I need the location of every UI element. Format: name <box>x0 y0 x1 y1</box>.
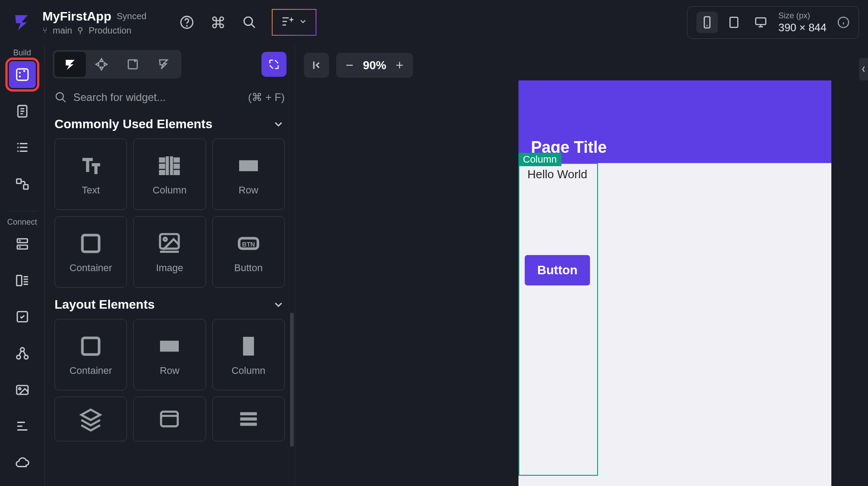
image-icon <box>156 230 183 257</box>
cloud-button[interactable] <box>9 449 36 476</box>
widget-row-2[interactable]: Row <box>133 319 206 390</box>
build-section-label: Build <box>0 48 44 58</box>
device-appbar[interactable]: Page Title <box>518 80 831 163</box>
media-button[interactable] <box>9 377 36 403</box>
widget-tree-button[interactable] <box>9 134 36 161</box>
svg-rect-35 <box>82 235 99 251</box>
branch-name[interactable]: main <box>53 25 72 36</box>
column-icon <box>156 152 183 179</box>
widget-column[interactable]: Column <box>133 138 206 210</box>
widget-button[interactable]: BTN Button <box>212 216 285 288</box>
svg-rect-34 <box>253 163 257 168</box>
widget-palette-button[interactable] <box>9 61 36 88</box>
body-text[interactable]: Hello World <box>527 168 587 181</box>
widget-list[interactable] <box>212 397 285 441</box>
svg-rect-47 <box>161 412 178 427</box>
project-name[interactable]: MyFirstApp <box>42 9 111 24</box>
widget-card[interactable] <box>133 397 206 441</box>
widget-column-2[interactable]: Column <box>212 319 285 390</box>
widget-container[interactable]: Container <box>55 216 127 288</box>
selection-badge[interactable]: Column <box>518 153 561 166</box>
button-icon: BTN <box>235 230 262 257</box>
templates-tab[interactable] <box>117 52 148 77</box>
widgets-tab[interactable] <box>55 52 86 77</box>
custom-code-button[interactable] <box>9 413 36 440</box>
svg-rect-45 <box>246 344 250 348</box>
svg-rect-14 <box>17 245 27 249</box>
ai-dropdown[interactable] <box>272 9 316 36</box>
storyboard-button[interactable] <box>9 171 36 197</box>
panel-scrollbar[interactable] <box>290 313 294 447</box>
selected-column-outline[interactable] <box>518 163 598 476</box>
tablet-device-button[interactable] <box>723 12 745 33</box>
svg-rect-29 <box>175 159 179 162</box>
svg-rect-28 <box>160 171 164 174</box>
row-icon <box>156 333 183 360</box>
zoom-controls: − 90% + <box>336 53 413 78</box>
row-icon <box>235 152 262 179</box>
svg-point-15 <box>19 240 20 241</box>
widget-panel: Search for widget... (⌘ + F) Commonly Us… <box>45 45 295 486</box>
firestore-button[interactable] <box>9 230 36 257</box>
top-header: MyFirstApp Synced ⑂ main ⚲ Production <box>0 0 868 45</box>
svg-rect-5 <box>755 18 766 25</box>
header-actions <box>178 13 258 31</box>
search-button[interactable] <box>240 13 258 31</box>
search-shortcut: (⌘ + F) <box>248 91 285 104</box>
svg-rect-26 <box>160 159 164 162</box>
expand-panel-button[interactable] <box>261 52 287 77</box>
svg-point-23 <box>19 388 21 390</box>
help-button[interactable] <box>178 13 196 31</box>
left-sidebar: Build Connect <box>0 45 45 486</box>
env-icon: ⚲ <box>77 25 83 35</box>
search-placeholder: Search for widget... <box>73 91 242 104</box>
appstate-button[interactable] <box>9 303 36 330</box>
connect-section-label: Connect <box>0 218 44 227</box>
widget-image[interactable]: Image <box>133 216 206 288</box>
widget-row[interactable]: Row <box>212 138 285 210</box>
section-layout-elements[interactable]: Layout Elements <box>55 297 285 312</box>
command-button[interactable] <box>209 13 227 31</box>
mobile-device-button[interactable] <box>696 12 718 33</box>
container-icon <box>77 333 104 360</box>
collapse-panel-button[interactable] <box>304 53 329 78</box>
size-label: Size (px) <box>779 11 826 21</box>
widget-text[interactable]: Text <box>55 138 127 210</box>
svg-point-19 <box>20 348 24 352</box>
environment-name[interactable]: Production <box>88 25 131 36</box>
canvas-button[interactable]: Button <box>525 255 590 285</box>
datatypes-button[interactable] <box>9 267 36 294</box>
svg-rect-32 <box>240 163 244 168</box>
widget-container-2[interactable]: Container <box>55 319 127 390</box>
svg-rect-30 <box>175 165 179 168</box>
svg-rect-31 <box>175 171 179 174</box>
svg-point-25 <box>56 93 63 100</box>
app-logo[interactable] <box>9 10 34 35</box>
ai-sparkle-icon <box>281 14 295 30</box>
svg-point-2 <box>244 17 253 25</box>
widget-stack[interactable] <box>55 397 127 441</box>
column-icon <box>235 333 262 360</box>
chevron-down-icon <box>272 298 285 311</box>
svg-rect-27 <box>160 165 164 168</box>
canvas-area[interactable]: − 90% + Page Title Column Hello World Bu… <box>295 45 868 486</box>
right-panel-toggle[interactable] <box>859 58 868 80</box>
svg-point-16 <box>19 247 20 247</box>
card-icon <box>156 406 183 432</box>
section-commonly-used[interactable]: Commonly Used Elements <box>55 117 285 131</box>
search-icon <box>55 91 67 104</box>
desktop-device-button[interactable] <box>750 12 771 33</box>
info-icon[interactable] <box>837 16 850 29</box>
pages-button[interactable] <box>9 98 36 125</box>
api-button[interactable] <box>9 340 36 367</box>
svg-rect-46 <box>246 350 250 354</box>
widget-search[interactable]: Search for widget... (⌘ + F) <box>45 84 295 111</box>
svg-point-1 <box>186 25 187 26</box>
components-tab[interactable] <box>86 52 117 77</box>
svg-rect-43 <box>174 344 178 348</box>
theme-tab[interactable] <box>148 52 180 77</box>
zoom-out-button[interactable]: − <box>342 58 357 72</box>
text-icon <box>77 152 104 179</box>
zoom-in-button[interactable]: + <box>392 58 407 72</box>
device-frame[interactable]: Page Title Column Hello World Button <box>518 80 831 486</box>
